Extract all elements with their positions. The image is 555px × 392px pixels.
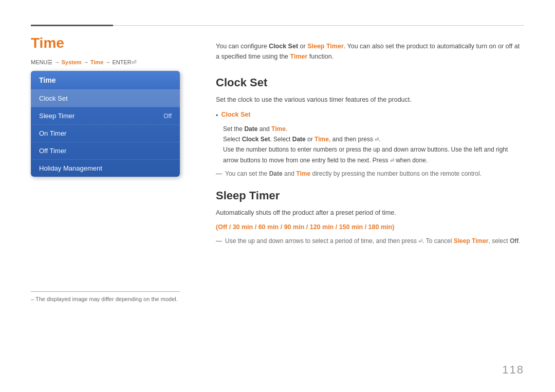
sidebar-menu: Time Clock Set Sleep Timer Off On Timer … [31, 71, 180, 177]
intro-text-end: function. [307, 53, 334, 60]
bullet-clock-set: • Clock Set [216, 109, 524, 121]
sidebar-item-label: On Timer [39, 129, 66, 137]
intro-sleep-timer: Sleep Timer [307, 43, 344, 50]
bullet-label: Clock Set [221, 109, 250, 121]
main-content: You can configure Clock Set or Sleep Tim… [216, 41, 524, 256]
sleep-timer-note: — Use the up and down arrows to select a… [216, 236, 524, 246]
menu-time-link: Time [90, 59, 103, 65]
sidebar-item-clock-set[interactable]: Clock Set [31, 89, 180, 107]
intro-paragraph: You can configure Clock Set or Sleep Tim… [216, 41, 524, 62]
clock-set-desc: Set the clock to use the various various… [216, 95, 524, 105]
sidebar-item-sleep-timer[interactable]: Sleep Timer Off [31, 107, 180, 124]
top-bar-light [113, 25, 524, 26]
page-number: 118 [502, 363, 524, 377]
sidebar-header: Time [31, 71, 180, 89]
sidebar-divider [31, 291, 180, 292]
clock-set-title: Clock Set [216, 76, 524, 89]
enter-icon-2: ⏎ [390, 156, 394, 165]
intro-timer: Timer [290, 53, 308, 60]
sleep-timer-title: Sleep Timer [216, 189, 524, 202]
sleep-timer-options: (Off / 30 min / 60 min / 90 min / 120 mi… [216, 222, 524, 233]
sidebar-item-holiday-management[interactable]: Holiday Management [31, 159, 180, 177]
sidebar-item-off-timer[interactable]: Off Timer [31, 142, 180, 159]
top-bar-dark [31, 25, 113, 26]
menu-enter: ENTER⏎ [112, 59, 136, 65]
sidebar-item-label: Clock Set [39, 95, 68, 102]
page-title: Time [31, 35, 64, 51]
sidebar-item-value: Off [163, 113, 172, 120]
top-bar [31, 25, 524, 26]
menu-system: System [62, 59, 82, 65]
sidebar-item-label: Holiday Management [39, 164, 102, 172]
clock-set-body: Set the clock to use the various various… [216, 95, 524, 179]
sidebar-note: – The displayed image may differ dependi… [31, 296, 178, 302]
bullet-dot: • [216, 110, 218, 121]
menu-path: MENU☰ → System → Time → ENTER⏎ [31, 59, 136, 66]
sleep-timer-body: Automatically shuts off the product afte… [216, 208, 524, 246]
intro-text-before: You can configure [216, 43, 269, 50]
clock-set-steps: Set the Date and Time. Select Clock Set.… [216, 124, 524, 166]
sleep-timer-desc: Automatically shuts off the product afte… [216, 208, 524, 218]
clock-set-note: — You can set the Date and Time directly… [216, 169, 524, 179]
menu-icon: ☰ [47, 59, 52, 65]
sidebar-item-label: Sleep Timer [39, 112, 75, 120]
sidebar-item-on-timer[interactable]: On Timer [31, 124, 180, 142]
intro-text-mid1: or [298, 43, 307, 50]
menu-menu: MENU [31, 59, 47, 65]
intro-clock-set: Clock Set [269, 43, 298, 50]
sidebar-item-label: Off Timer [39, 147, 66, 155]
step1: Set the Date and Time. [223, 124, 524, 134]
step3: Use the number buttons to enter numbers … [223, 144, 524, 165]
step2: Select Clock Set. Select Date or Time, a… [223, 134, 524, 144]
